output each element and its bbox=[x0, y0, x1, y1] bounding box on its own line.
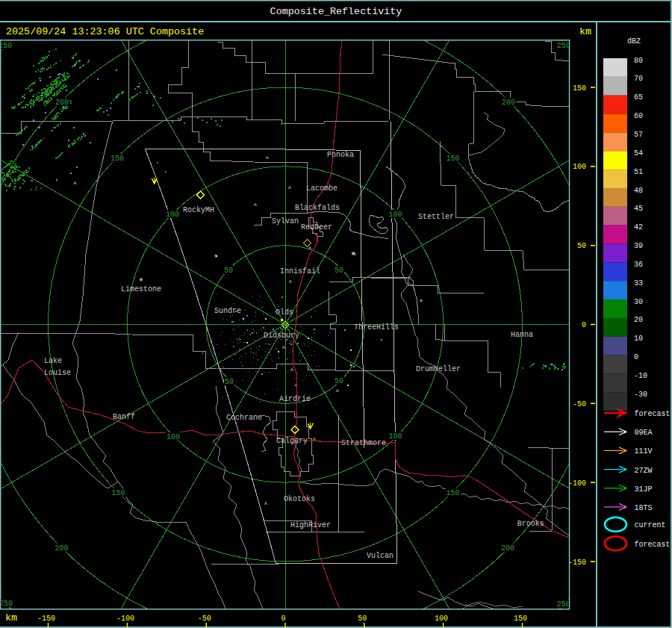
svg-text:54: 54 bbox=[634, 149, 643, 158]
svg-text:-50: -50 bbox=[198, 615, 211, 623]
svg-text:20: 20 bbox=[634, 316, 643, 324]
svg-text:Airdrie: Airdrie bbox=[279, 395, 311, 403]
svg-text:200: 200 bbox=[55, 99, 69, 107]
svg-text:Vulcan: Vulcan bbox=[367, 552, 393, 560]
svg-text:200: 200 bbox=[502, 99, 515, 107]
svg-text:Blackfalds: Blackfalds bbox=[295, 204, 340, 212]
svg-text:150: 150 bbox=[447, 155, 460, 163]
svg-text:100: 100 bbox=[167, 433, 180, 441]
svg-text:^: ^ bbox=[266, 155, 270, 162]
svg-text:57: 57 bbox=[634, 131, 643, 139]
svg-text:100: 100 bbox=[573, 163, 586, 171]
svg-text:100: 100 bbox=[389, 211, 402, 219]
svg-text:250: 250 bbox=[557, 42, 570, 50]
svg-text:50: 50 bbox=[358, 615, 367, 623]
svg-text:km: km bbox=[579, 26, 591, 37]
svg-text:30: 30 bbox=[634, 298, 643, 306]
svg-text:36: 36 bbox=[634, 261, 643, 269]
svg-text:current: current bbox=[634, 521, 665, 529]
svg-text:Brooks: Brooks bbox=[517, 520, 544, 528]
svg-text:Composite_Reflectivity: Composite_Reflectivity bbox=[270, 6, 402, 17]
svg-text:39: 39 bbox=[634, 242, 643, 250]
svg-text:0: 0 bbox=[634, 353, 638, 361]
svg-text:150: 150 bbox=[111, 155, 124, 163]
svg-text:-100: -100 bbox=[568, 479, 586, 488]
svg-text:Calgary: Calgary bbox=[276, 437, 308, 445]
svg-text:150: 150 bbox=[112, 489, 125, 497]
svg-text:200: 200 bbox=[501, 544, 514, 553]
svg-text:10: 10 bbox=[634, 335, 643, 343]
svg-text:Olds: Olds bbox=[276, 308, 293, 317]
svg-text:09EA: 09EA bbox=[634, 429, 652, 437]
svg-text:^: ^ bbox=[290, 367, 294, 374]
svg-text:+: + bbox=[419, 298, 423, 305]
svg-text:250: 250 bbox=[0, 600, 13, 608]
svg-text:150: 150 bbox=[573, 84, 586, 93]
svg-text:Sundre: Sundre bbox=[214, 307, 241, 315]
svg-text:Strathmore: Strathmore bbox=[341, 439, 386, 447]
svg-text:50: 50 bbox=[224, 267, 233, 275]
svg-text:45: 45 bbox=[634, 205, 643, 213]
svg-text:^: ^ bbox=[282, 345, 286, 352]
svg-text:-150: -150 bbox=[37, 615, 55, 623]
svg-text:-30: -30 bbox=[634, 391, 647, 399]
svg-text:-10: -10 bbox=[634, 372, 647, 380]
svg-text:65: 65 bbox=[634, 93, 643, 102]
svg-text:100: 100 bbox=[389, 432, 402, 441]
svg-text:Banff: Banff bbox=[113, 413, 135, 421]
svg-text:31JP: 31JP bbox=[634, 485, 652, 494]
svg-text:^: ^ bbox=[73, 181, 77, 187]
svg-text:RockyMH: RockyMH bbox=[183, 206, 214, 214]
svg-text:0: 0 bbox=[281, 615, 285, 623]
svg-text:2025/09/24 13:23:06 UTC Compos: 2025/09/24 13:23:06 UTC Composite bbox=[6, 26, 204, 37]
svg-text:18TS: 18TS bbox=[634, 504, 652, 512]
svg-text:51: 51 bbox=[634, 168, 643, 176]
svg-text:km: km bbox=[5, 612, 17, 624]
svg-text:50: 50 bbox=[577, 242, 586, 250]
svg-text:250: 250 bbox=[0, 42, 12, 50]
svg-text:150: 150 bbox=[447, 489, 460, 497]
svg-text:60: 60 bbox=[634, 112, 643, 120]
svg-text:42: 42 bbox=[634, 223, 643, 231]
svg-text:100: 100 bbox=[435, 615, 448, 623]
svg-text:48: 48 bbox=[634, 187, 643, 195]
svg-text:80: 80 bbox=[634, 57, 643, 65]
svg-text:100: 100 bbox=[166, 211, 179, 219]
svg-text:HighRiver: HighRiver bbox=[290, 521, 331, 529]
svg-text:+: + bbox=[214, 253, 217, 261]
svg-text:*: * bbox=[138, 276, 144, 287]
svg-text:50: 50 bbox=[335, 377, 343, 385]
svg-text:Okotoks: Okotoks bbox=[284, 495, 315, 503]
svg-text:Ponoka: Ponoka bbox=[327, 151, 354, 159]
svg-text:Lake: Lake bbox=[44, 357, 62, 365]
svg-text:^: ^ bbox=[308, 246, 312, 252]
svg-text:dBZ: dBZ bbox=[627, 37, 641, 46]
svg-text:^: ^ bbox=[336, 388, 340, 395]
svg-text:0: 0 bbox=[582, 321, 586, 329]
svg-text:Stettler: Stettler bbox=[418, 213, 454, 221]
svg-text:70: 70 bbox=[634, 75, 643, 83]
svg-text:Cochrane: Cochrane bbox=[226, 414, 262, 422]
svg-text:111V: 111V bbox=[634, 447, 652, 456]
svg-text:^: ^ bbox=[313, 437, 317, 444]
svg-text:Sylvan: Sylvan bbox=[272, 217, 299, 226]
svg-text:^: ^ bbox=[264, 501, 268, 508]
svg-text:*: * bbox=[350, 250, 356, 261]
svg-text:^: ^ bbox=[288, 185, 292, 192]
svg-text:ThreeHills: ThreeHills bbox=[354, 323, 399, 332]
svg-text:Innisfail: Innisfail bbox=[280, 267, 320, 276]
svg-text:200: 200 bbox=[55, 544, 68, 553]
svg-text:-50: -50 bbox=[573, 400, 586, 408]
svg-text:Hanna: Hanna bbox=[511, 331, 533, 339]
svg-text:50: 50 bbox=[225, 378, 234, 386]
svg-text:Didsbury: Didsbury bbox=[264, 332, 299, 340]
svg-text:-150: -150 bbox=[568, 559, 586, 567]
svg-text:Louise: Louise bbox=[44, 369, 71, 377]
svg-text:^: ^ bbox=[254, 202, 258, 209]
svg-text:150: 150 bbox=[514, 615, 527, 623]
svg-text:-100: -100 bbox=[116, 615, 134, 623]
svg-text:forecast: forecast bbox=[634, 410, 670, 418]
svg-text:forecast: forecast bbox=[634, 541, 670, 549]
svg-text:33: 33 bbox=[634, 279, 643, 287]
svg-text:Lacombe: Lacombe bbox=[306, 184, 337, 193]
